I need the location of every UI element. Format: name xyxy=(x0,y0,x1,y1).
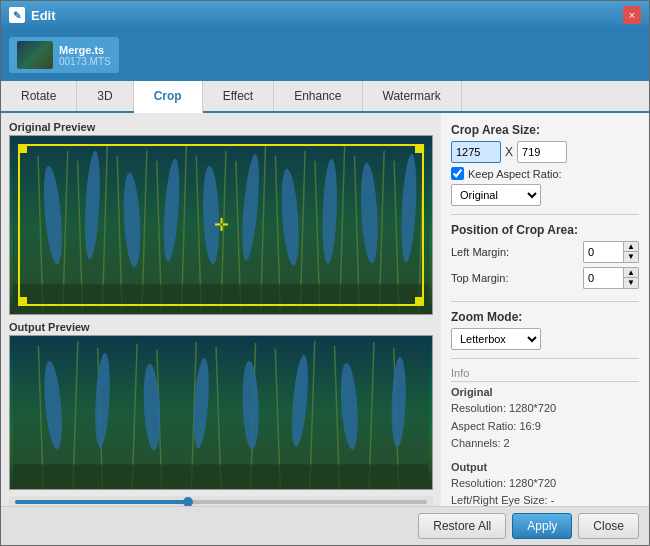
left-margin-down[interactable]: ▼ xyxy=(623,252,639,263)
crop-width-input[interactable] xyxy=(451,141,501,163)
left-margin-row: Left Margin: ▲ ▼ xyxy=(451,241,639,263)
tab-3d[interactable]: 3D xyxy=(77,81,133,111)
output-preview-label: Output Preview xyxy=(9,321,433,333)
info-output-resolution: Resolution: 1280*720 xyxy=(451,475,639,493)
info-output-title: Output xyxy=(451,461,639,473)
window-icon: ✎ xyxy=(9,7,25,23)
playback-bar: ⏮ ◀ ▶ ■ ⏭ 🔊 00:02:13/00:05:08 xyxy=(9,496,433,506)
info-original-group: Original Resolution: 1280*720 Aspect Rat… xyxy=(451,386,639,453)
x-separator: X xyxy=(505,145,513,159)
output-video-svg xyxy=(10,336,432,489)
edit-window: ✎ Edit × Merge.ts 00173.MTS Rotate 3D Cr… xyxy=(0,0,650,546)
info-output-group: Output Resolution: 1280*720 Left/Right E… xyxy=(451,461,639,506)
original-preview-label: Original Preview xyxy=(9,121,433,133)
info-output-eye-size: Left/Right Eye Size: - xyxy=(451,492,639,506)
file-item[interactable]: Merge.ts 00173.MTS xyxy=(9,37,119,73)
top-margin-up[interactable]: ▲ xyxy=(623,267,639,278)
window-title: Edit xyxy=(31,8,56,23)
position-title: Position of Crop Area: xyxy=(451,223,639,237)
info-header: Info xyxy=(451,367,639,382)
output-video-canvas xyxy=(10,336,432,489)
output-video-container xyxy=(9,335,433,490)
file-thumbnail xyxy=(17,41,53,69)
left-margin-up[interactable]: ▲ xyxy=(623,241,639,252)
tab-crop[interactable]: Crop xyxy=(134,81,203,113)
crop-height-input[interactable] xyxy=(517,141,567,163)
close-window-button[interactable]: × xyxy=(623,6,641,24)
right-panel: Crop Area Size: X Keep Aspect Ratio: Ori… xyxy=(441,113,649,506)
top-margin-row: Top Margin: ▲ ▼ xyxy=(451,267,639,289)
info-original-title: Original xyxy=(451,386,639,398)
keep-aspect-row: Keep Aspect Ratio: xyxy=(451,167,639,180)
zoom-mode-select[interactable]: Letterbox xyxy=(451,328,541,350)
footer: Restore All Apply Close xyxy=(1,506,649,545)
left-margin-label: Left Margin: xyxy=(451,246,531,258)
info-original-resolution: Resolution: 1280*720 xyxy=(451,400,639,418)
file-subname: 00173.MTS xyxy=(59,56,111,67)
main-content: Original Preview xyxy=(1,113,649,506)
zoom-title: Zoom Mode: xyxy=(451,310,639,324)
info-original-aspect: Aspect Ratio: 16:9 xyxy=(451,418,639,436)
tab-bar: Rotate 3D Crop Effect Enhance Watermark xyxy=(1,81,649,113)
progress-thumb[interactable] xyxy=(183,497,193,506)
original-video-canvas: ✛ xyxy=(10,136,432,314)
crop-area-title: Crop Area Size: xyxy=(451,123,639,137)
top-margin-down[interactable]: ▼ xyxy=(623,278,639,289)
original-preview-section: Original Preview xyxy=(9,121,433,315)
progress-track[interactable] xyxy=(15,500,427,504)
original-video-svg xyxy=(10,136,432,314)
crop-size-row: X xyxy=(451,141,639,163)
file-name: Merge.ts xyxy=(59,44,111,56)
title-bar-left: ✎ Edit xyxy=(9,7,56,23)
top-margin-label: Top Margin: xyxy=(451,272,531,284)
file-bar: Merge.ts 00173.MTS xyxy=(1,29,649,81)
position-section: Position of Crop Area: Left Margin: ▲ ▼ … xyxy=(451,214,639,293)
tab-rotate[interactable]: Rotate xyxy=(1,81,77,111)
tab-enhance[interactable]: Enhance xyxy=(274,81,362,111)
top-margin-input: ▲ ▼ xyxy=(583,267,639,289)
tab-effect[interactable]: Effect xyxy=(203,81,274,111)
title-bar: ✎ Edit × xyxy=(1,1,649,29)
svg-rect-32 xyxy=(13,284,428,314)
info-original-channels: Channels: 2 xyxy=(451,435,639,453)
restore-all-button[interactable]: Restore All xyxy=(418,513,506,539)
svg-rect-56 xyxy=(14,464,429,489)
top-margin-field[interactable] xyxy=(583,267,623,289)
original-video-container: ✛ xyxy=(9,135,433,315)
aspect-ratio-select[interactable]: Original xyxy=(451,184,541,206)
keep-aspect-label: Keep Aspect Ratio: xyxy=(468,168,562,180)
apply-button[interactable]: Apply xyxy=(512,513,572,539)
crop-area-section: Crop Area Size: X Keep Aspect Ratio: Ori… xyxy=(451,123,639,206)
info-section: Info Original Resolution: 1280*720 Aspec… xyxy=(451,358,639,506)
zoom-section: Zoom Mode: Letterbox xyxy=(451,301,639,350)
footer-close-button[interactable]: Close xyxy=(578,513,639,539)
tab-watermark[interactable]: Watermark xyxy=(363,81,462,111)
left-margin-input: ▲ ▼ xyxy=(583,241,639,263)
keep-aspect-checkbox[interactable] xyxy=(451,167,464,180)
preview-panel: Original Preview xyxy=(1,113,441,506)
progress-fill xyxy=(15,500,188,504)
output-preview-section: Output Preview xyxy=(9,321,433,490)
left-margin-field[interactable] xyxy=(583,241,623,263)
